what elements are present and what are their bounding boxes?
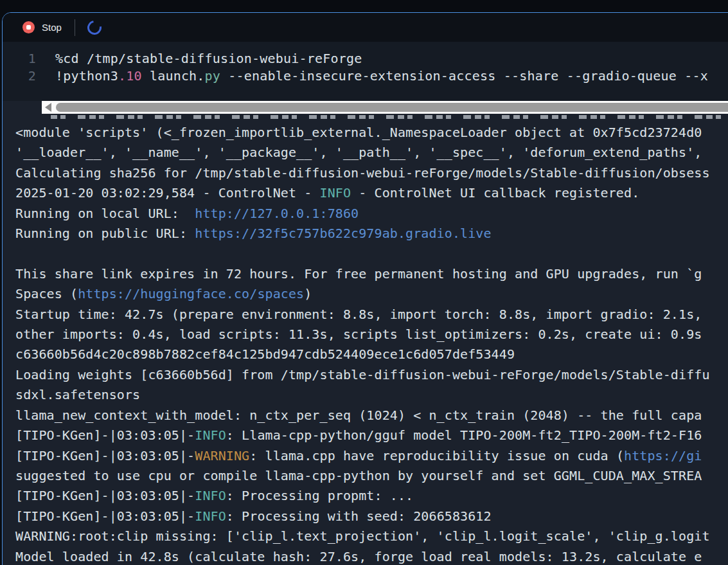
console-text: <module 'scripts' (<_frozen_importlib_ex… <box>15 125 702 140</box>
text-segment: 2025-01-20 03:02:29,584 - ControlNet - <box>15 185 320 201</box>
code-text: %cd /tmp/stable-diffusion-webui-reForge <box>36 50 362 67</box>
console-text: Calculating sha256 for /tmp/stable-diffu… <box>15 165 710 181</box>
console-line: llama_new_context_with_model: n_ctx_per_… <box>15 406 728 426</box>
line-number: 1 <box>3 50 36 67</box>
horizontal-scrollbar[interactable] <box>42 101 728 114</box>
notebook-cell: Stop 1%cd /tmp/stable-diffusion-webui-re… <box>2 12 728 565</box>
text-segment: : llama.cpp have reproducibility issue o… <box>249 448 624 463</box>
console-text <box>15 246 23 261</box>
stop-icon <box>22 21 35 33</box>
console-line: Calculating sha256 for /tmp/stable-diffu… <box>15 163 728 183</box>
console-line: <module 'scripts' (<_frozen_importlib_ex… <box>15 123 728 143</box>
text-segment: Spaces ( <box>15 286 78 301</box>
text-segment: !python3 <box>55 68 118 84</box>
console-output: <module 'scripts' (<_frozen_importlib_ex… <box>3 101 728 565</box>
console-text: c63660b56d4c20c898b7882cef84c125bd947cdb… <box>15 346 515 362</box>
text-segment: '__loader__', '__name__', '__package__',… <box>15 145 702 160</box>
console-link[interactable]: http://127.0.0.1:7860 <box>195 206 359 221</box>
console-line: Loading weights [c63660b56d] from /tmp/s… <box>15 365 728 385</box>
console-line: sdxl.safetensors <box>15 385 728 405</box>
console-text: Running on local URL: http://127.0.0.1:7… <box>15 206 359 221</box>
text-segment: Startup time: 42.7s (prepare environment… <box>15 307 702 322</box>
text-segment: Model loaded in 42.8s (calculate hash: 2… <box>15 549 702 564</box>
console-line: This share link expires in 72 hours. For… <box>15 264 728 284</box>
text-segment: ) <box>304 286 312 301</box>
console-text: This share link expires in 72 hours. For… <box>15 266 702 282</box>
text-segment: Running on local URL: <box>15 206 195 221</box>
console-text: WARNING:root:clip missing: ['clip_l.text… <box>15 528 710 544</box>
line-number: 2 <box>3 67 36 85</box>
code-line: 1%cd /tmp/stable-diffusion-webui-reForge <box>3 50 728 67</box>
text-segment: llama_new_context_with_model: n_ctx_per_… <box>15 408 702 423</box>
console-link[interactable]: https://gi <box>624 448 702 463</box>
text-segment: INFO <box>195 488 226 503</box>
occluded-text-fragments <box>51 115 728 119</box>
text-segment: This share link expires in 72 hours. For… <box>15 266 702 282</box>
text-segment: - ControlNet UI callback registered. <box>351 185 639 201</box>
stop-button[interactable]: Stop <box>22 21 62 33</box>
console-link[interactable]: https://huggingface.co/spaces <box>78 286 304 301</box>
console-line: suggested to use cpu or compile llama-cp… <box>15 466 728 486</box>
console-text: Running on public URL: https://32f5c757b… <box>15 226 492 241</box>
console-text: [TIPO-KGen]-|03:03:05|-INFO: Processing … <box>15 488 413 503</box>
console-text: suggested to use cpu or compile llama-cp… <box>15 468 702 483</box>
text-segment: [TIPO-KGen]-|03:03:05|- <box>15 427 195 443</box>
text-segment: INFO <box>195 508 226 524</box>
console-line: 2025-01-20 03:02:29,584 - ControlNet - I… <box>15 183 728 203</box>
console-log-lines: <module 'scripts' (<_frozen_importlib_ex… <box>3 121 728 565</box>
code-editor[interactable]: 1%cd /tmp/stable-diffusion-webui-reForge… <box>3 42 728 101</box>
text-segment: c63660b56d4c20c898b7882cef84c125bd947cdb… <box>15 346 515 362</box>
console-line <box>15 244 728 264</box>
console-text: [TIPO-KGen]-|03:03:05|-WARNING: llama.cp… <box>15 448 702 463</box>
stop-square-glyph <box>26 25 31 30</box>
console-text: [TIPO-KGen]-|03:03:05|-INFO: Processing … <box>15 508 492 524</box>
text-segment: : Processing propmt: ... <box>226 488 413 503</box>
console-text: other imports: 0.4s, load scripts: 11.3s… <box>15 327 702 342</box>
stop-button-label: Stop <box>42 22 62 33</box>
scrollbar-thumb[interactable] <box>56 103 728 112</box>
text-segment: suggested to use cpu or compile llama-cp… <box>15 468 702 483</box>
text-segment: --enable-insecure-extension-access --sha… <box>220 68 708 84</box>
console-line: '__loader__', '__name__', '__package__',… <box>15 143 728 163</box>
console-line: c63660b56d4c20c898b7882cef84c125bd947cdb… <box>15 345 728 364</box>
text-segment: : Processing with seed: 2066583612 <box>226 508 492 524</box>
toolbar-divider <box>75 19 75 36</box>
text-segment: py <box>205 68 220 84</box>
text-segment: Calculating sha256 for /tmp/stable-diffu… <box>15 165 710 181</box>
text-segment: Running on public URL: <box>15 226 195 241</box>
console-line: [TIPO-KGen]-|03:03:05|-INFO: Processing … <box>15 486 728 506</box>
text-segment: [TIPO-KGen]-|03:03:05|- <box>15 448 195 463</box>
console-text: llama_new_context_with_model: n_ctx_per_… <box>15 408 702 423</box>
console-line: Running on local URL: http://127.0.0.1:7… <box>15 204 728 224</box>
console-link[interactable]: https://32f5c757b622c979ab.gradio.live <box>195 226 491 241</box>
console-text: Startup time: 42.7s (prepare environment… <box>15 307 702 322</box>
text-segment: [TIPO-KGen]-|03:03:05|- <box>15 488 195 503</box>
text-segment: WARNING:root:clip missing: ['clip_l.text… <box>15 528 710 544</box>
console-line: Model loaded in 42.8s (calculate hash: 2… <box>15 547 728 565</box>
text-segment: INFO <box>195 427 226 443</box>
console-text: Model loaded in 42.8s (calculate hash: 2… <box>15 549 702 564</box>
console-text: 2025-01-20 03:02:29,584 - ControlNet - I… <box>15 185 639 201</box>
scrollbar-left-arrow-icon[interactable] <box>45 103 51 112</box>
text-segment: %cd /tmp/stable-diffusion-webui-reForge <box>55 51 362 66</box>
text-segment: : Llama-cpp-python/gguf model TIPO-200M-… <box>226 427 702 443</box>
text-segment: .10 <box>118 68 142 84</box>
text-segment: <module 'scripts' (<_frozen_importlib_ex… <box>15 125 702 140</box>
code-text: !python3.10 launch.py --enable-insecure-… <box>36 67 708 85</box>
console-line: WARNING:root:clip missing: ['clip_l.text… <box>15 526 728 546</box>
console-line: [TIPO-KGen]-|03:03:05|-INFO: Llama-cpp-p… <box>15 426 728 445</box>
cell-toolbar: Stop <box>3 13 728 42</box>
console-line: [TIPO-KGen]-|03:03:05|-INFO: Processing … <box>15 507 728 526</box>
text-segment: launch. <box>142 68 205 84</box>
console-text: Loading weights [c63660b56d] from /tmp/s… <box>15 367 710 382</box>
text-segment: INFO <box>320 185 351 201</box>
console-line: [TIPO-KGen]-|03:03:05|-WARNING: llama.cp… <box>15 446 728 466</box>
running-spinner-icon <box>85 17 105 37</box>
text-segment: sdxl.safetensors <box>15 387 140 402</box>
console-text: sdxl.safetensors <box>15 387 140 402</box>
console-line: other imports: 0.4s, load scripts: 11.3s… <box>15 325 728 345</box>
code-line: 2!python3.10 launch.py --enable-insecure… <box>3 67 728 85</box>
console-line: Startup time: 42.7s (prepare environment… <box>15 305 728 325</box>
console-text: [TIPO-KGen]-|03:03:05|-INFO: Llama-cpp-p… <box>15 427 702 443</box>
console-line: Running on public URL: https://32f5c757b… <box>15 224 728 244</box>
